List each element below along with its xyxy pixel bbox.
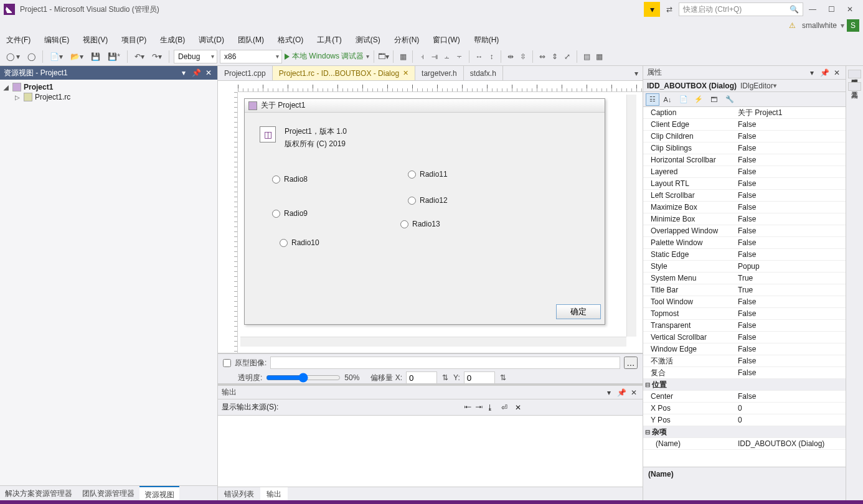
output-text[interactable] [218,416,643,487]
radio8[interactable]: Radio8 [272,175,308,184]
server-explorer-tab[interactable]: 服务器资源管理器 [848,70,861,78]
align-left-button[interactable]: ⫞ [417,52,427,62]
menu-item[interactable]: 项目(P) [118,34,150,47]
property-row[interactable]: Horizontal ScrollbarFalse [643,154,846,166]
user-name[interactable]: smallwhite [802,21,837,30]
property-row[interactable]: Client EdgeFalse [643,119,846,131]
property-row[interactable]: 复合False [643,367,846,379]
close-icon[interactable]: ✕ [832,68,842,77]
quick-launch-input[interactable]: 快速启动 (Ctrl+Q) 🔍 [679,2,803,16]
grid-settings-button[interactable]: ▦ [594,52,604,62]
menu-item[interactable]: 测试(S) [352,34,384,47]
chevron-down-icon[interactable]: ▾ [841,21,844,30]
about-dialog[interactable]: 关于 Project1 ◫ Project1，版本 1.0 版权所有 (C) 2… [244,98,605,325]
new-project-button[interactable]: 📄▾ [47,51,65,62]
nav-back-button[interactable]: ◯ ▾ [4,51,22,62]
panel-dropdown-icon[interactable]: ▾ [604,388,614,397]
save-button[interactable]: 💾 [88,51,103,62]
editor-tab[interactable]: Project1.cpp [218,66,273,80]
proto-image-checkbox[interactable] [223,359,231,367]
menu-item[interactable]: 分析(N) [390,34,423,47]
word-wrap-button[interactable]: ⏎ [501,403,507,412]
editor-tab[interactable]: targetver.h [415,66,464,80]
toggle-guides-button[interactable]: ▤ [582,52,592,62]
property-row[interactable]: 不激活False [643,355,846,367]
space-h-button[interactable]: ⇹ [506,52,516,62]
undo-button[interactable]: ↶▾ [132,51,147,62]
alphabetical-button[interactable]: A↓ [661,93,674,106]
property-row[interactable]: Clip SiblingsFalse [643,142,846,154]
property-row[interactable]: Window EdgeFalse [643,343,846,355]
copyright-label[interactable]: 版权所有 (C) 2019 [285,139,346,149]
scrollbar-horizontal[interactable] [240,337,626,347]
dialog-body[interactable]: ◫ Project1，版本 1.0 版权所有 (C) 2019 Radio8 R… [245,113,605,324]
bottom-tab[interactable]: 团队资源管理器 [77,486,139,500]
save-all-button[interactable]: 💾* [105,51,123,62]
property-grid[interactable]: Caption关于 Project1Client EdgeFalseClip C… [643,107,846,467]
menu-item[interactable]: 工具(T) [313,34,345,47]
menu-item[interactable]: 编辑(E) [40,34,73,47]
nav-fwd-button[interactable]: ◯ [25,51,38,62]
property-row[interactable]: Overlapped WindowFalse [643,225,846,237]
messages-button[interactable]: ⚡ [692,93,705,106]
same-size-button[interactable]: ⤢ [562,52,572,62]
radio10[interactable]: Radio10 [280,238,319,247]
property-pages-button[interactable]: 🔧 [723,93,737,106]
goto-prev-button[interactable]: ⭰ [464,403,471,412]
space-v-button[interactable]: ⇳ [518,52,528,62]
property-row[interactable]: Caption关于 Project1 [643,107,846,119]
property-row[interactable]: System MenuTrue [643,273,846,284]
bottom-tab[interactable]: 解决方案资源管理器 [0,486,77,500]
center-v-button[interactable]: ↕ [486,52,496,62]
align-top-button[interactable]: ⫠ [442,52,452,62]
property-row[interactable]: TransparentFalse [643,320,846,332]
control-events-button[interactable]: 📄 [677,93,691,106]
menu-item[interactable]: 格式(O) [274,34,307,47]
dialog-designer[interactable]: 关于 Project1 ◫ Project1，版本 1.0 版权所有 (C) 2… [218,81,643,353]
minimize-button[interactable]: — [803,2,822,16]
property-row[interactable]: StylePopup [643,261,846,273]
config-combo[interactable]: Debug [174,50,217,63]
same-height-button[interactable]: ⇕ [550,52,560,62]
version-label[interactable]: Project1，版本 1.0 [285,126,347,137]
offset-x-input[interactable] [406,371,437,384]
property-row[interactable]: Static EdgeFalse [643,249,846,261]
close-icon[interactable]: ✕ [629,388,639,397]
tree-root[interactable]: ◢ Project1 [2,82,215,92]
radio9[interactable]: Radio9 [272,209,308,218]
property-row[interactable]: Y Pos0 [643,414,846,426]
redo-button[interactable]: ↷▾ [149,51,164,62]
property-row[interactable]: X Pos0 [643,403,846,414]
property-row[interactable]: Vertical ScrollbarFalse [643,332,846,343]
editor-tab[interactable]: Project1.rc - ID...BOUTBOX - Dialog✕ [273,66,415,80]
resource-tree[interactable]: ◢ Project1 ▷ Project1.rc [0,80,217,485]
categorized-button[interactable]: ☷ [646,93,659,106]
dialog-titlebar[interactable]: 关于 Project1 [245,99,605,113]
browse-button[interactable]: … [624,357,638,369]
panel-dropdown-icon[interactable]: ▾ [807,68,817,77]
property-row[interactable]: Tool WindowFalse [643,296,846,308]
collapse-icon[interactable]: ◢ [2,84,10,91]
overrides-button[interactable]: 🗔 [707,93,720,106]
property-row[interactable]: Left ScrollbarFalse [643,190,846,202]
panel-dropdown-icon[interactable]: ▾ [179,68,189,77]
property-row[interactable]: Title BarTrue [643,284,846,296]
property-row[interactable]: Maximize BoxFalse [643,202,846,213]
menu-item[interactable]: 视图(V) [79,34,111,47]
tree-item-rc[interactable]: ▷ Project1.rc [2,92,215,102]
property-row[interactable]: TopmostFalse [643,308,846,320]
scrollbar-vertical[interactable] [626,95,636,337]
goto-next-button[interactable]: ⭲ [475,403,483,412]
radio11[interactable]: Radio11 [408,170,448,179]
property-row[interactable]: Minimize BoxFalse [643,213,846,225]
align-bottom-button[interactable]: ⫟ [455,52,465,62]
toolbox-tab[interactable]: 工具箱 [848,82,861,91]
property-row[interactable]: Palette WindowFalse [643,237,846,249]
maximize-button[interactable]: ☐ [822,2,841,16]
platform-combo[interactable]: x86 [220,50,282,63]
toggle-grid-button[interactable]: ▦ [398,52,408,62]
radio12[interactable]: Radio12 [408,196,448,205]
editor-tab[interactable]: stdafx.h [464,66,503,80]
pin-icon[interactable]: 📌 [819,68,829,77]
menu-item[interactable]: 团队(M) [234,34,268,47]
